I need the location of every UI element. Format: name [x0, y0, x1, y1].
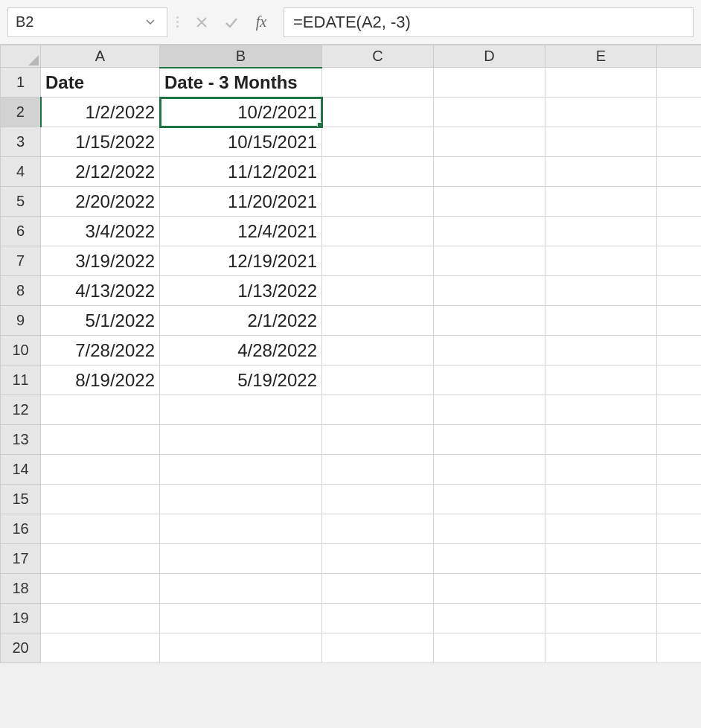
name-box[interactable] [8, 10, 135, 33]
row-header-14[interactable]: 14 [1, 455, 41, 485]
cell-filler[interactable] [657, 574, 702, 604]
select-all-button[interactable] [1, 45, 41, 68]
cell-D8[interactable] [434, 276, 545, 306]
cell-E2[interactable] [545, 98, 657, 127]
cell-C3[interactable] [322, 127, 434, 157]
cell-E5[interactable] [545, 187, 657, 217]
cell-C5[interactable] [322, 187, 434, 217]
cell-A14[interactable] [41, 455, 160, 485]
cell-C14[interactable] [322, 455, 434, 485]
cell-filler[interactable] [657, 276, 702, 306]
cell-E12[interactable] [545, 395, 657, 425]
cell-A6[interactable]: 3/4/2022 [41, 217, 160, 246]
row-header-4[interactable]: 4 [1, 157, 41, 187]
cell-D12[interactable] [434, 395, 545, 425]
row-header-20[interactable]: 20 [1, 633, 41, 663]
cell-filler[interactable] [657, 336, 702, 365]
cell-A19[interactable] [41, 604, 160, 633]
cell-D6[interactable] [434, 217, 545, 246]
row-header-12[interactable]: 12 [1, 395, 41, 425]
cell-E9[interactable] [545, 306, 657, 336]
row-header-15[interactable]: 15 [1, 485, 41, 514]
cell-filler[interactable] [657, 485, 702, 514]
cell-B8[interactable]: 1/13/2022 [160, 276, 322, 306]
row-header-9[interactable]: 9 [1, 306, 41, 336]
cell-A10[interactable]: 7/28/2022 [41, 336, 160, 365]
row-header-3[interactable]: 3 [1, 127, 41, 157]
cell-C6[interactable] [322, 217, 434, 246]
cell-C15[interactable] [322, 485, 434, 514]
cell-B6[interactable]: 12/4/2021 [160, 217, 322, 246]
cell-D15[interactable] [434, 485, 545, 514]
cell-filler[interactable] [657, 633, 702, 663]
cell-B12[interactable] [160, 395, 322, 425]
cell-B10[interactable]: 4/28/2022 [160, 336, 322, 365]
cell-A5[interactable]: 2/20/2022 [41, 187, 160, 217]
cell-C20[interactable] [322, 633, 434, 663]
cancel-button[interactable] [187, 7, 217, 37]
cell-filler[interactable] [657, 365, 702, 395]
name-box-dropdown-button[interactable] [135, 8, 164, 36]
cell-D20[interactable] [434, 633, 545, 663]
cell-D5[interactable] [434, 187, 545, 217]
cell-E13[interactable] [545, 425, 657, 455]
cell-C9[interactable] [322, 306, 434, 336]
cell-E14[interactable] [545, 455, 657, 485]
cell-D14[interactable] [434, 455, 545, 485]
cell-B16[interactable] [160, 514, 322, 544]
column-header-D[interactable]: D [434, 45, 545, 68]
cell-E10[interactable] [545, 336, 657, 365]
cell-E3[interactable] [545, 127, 657, 157]
cell-A2[interactable]: 1/2/2022 [41, 98, 160, 127]
cell-B17[interactable] [160, 544, 322, 574]
cell-C2[interactable] [322, 98, 434, 127]
cell-filler[interactable] [657, 425, 702, 455]
cell-C7[interactable] [322, 246, 434, 276]
row-header-19[interactable]: 19 [1, 604, 41, 633]
row-header-7[interactable]: 7 [1, 246, 41, 276]
column-header-E[interactable]: E [545, 45, 657, 68]
cell-A12[interactable] [41, 395, 160, 425]
cell-A20[interactable] [41, 633, 160, 663]
cell-D7[interactable] [434, 246, 545, 276]
cell-E4[interactable] [545, 157, 657, 187]
cell-A15[interactable] [41, 485, 160, 514]
cell-B4[interactable]: 11/12/2021 [160, 157, 322, 187]
cell-B3[interactable]: 10/15/2021 [160, 127, 322, 157]
cell-C13[interactable] [322, 425, 434, 455]
cell-filler[interactable] [657, 157, 702, 187]
cell-D3[interactable] [434, 127, 545, 157]
cell-D16[interactable] [434, 514, 545, 544]
cell-filler[interactable] [657, 98, 702, 127]
cell-B5[interactable]: 11/20/2021 [160, 187, 322, 217]
column-header-B[interactable]: B [160, 45, 322, 68]
cell-filler[interactable] [657, 68, 702, 98]
cell-E6[interactable] [545, 217, 657, 246]
row-header-1[interactable]: 1 [1, 68, 41, 98]
cell-C8[interactable] [322, 276, 434, 306]
cell-filler[interactable] [657, 455, 702, 485]
cell-D9[interactable] [434, 306, 545, 336]
cell-B11[interactable]: 5/19/2022 [160, 365, 322, 395]
cell-E7[interactable] [545, 246, 657, 276]
column-header-filler[interactable] [657, 45, 702, 68]
cell-filler[interactable] [657, 187, 702, 217]
cell-B13[interactable] [160, 425, 322, 455]
cell-E8[interactable] [545, 276, 657, 306]
cell-B2[interactable]: 10/2/2021 [160, 98, 322, 127]
row-header-2[interactable]: 2 [1, 98, 41, 127]
formula-bar-gripper[interactable] [173, 16, 181, 28]
cell-D1[interactable] [434, 68, 545, 98]
cell-D4[interactable] [434, 157, 545, 187]
cell-E15[interactable] [545, 485, 657, 514]
cell-C10[interactable] [322, 336, 434, 365]
enter-button[interactable] [217, 7, 246, 37]
cell-E17[interactable] [545, 544, 657, 574]
row-header-11[interactable]: 11 [1, 365, 41, 395]
cell-A16[interactable] [41, 514, 160, 544]
cell-filler[interactable] [657, 514, 702, 544]
cell-D2[interactable] [434, 98, 545, 127]
formula-input[interactable] [284, 10, 693, 35]
cell-E18[interactable] [545, 574, 657, 604]
cell-E16[interactable] [545, 514, 657, 544]
